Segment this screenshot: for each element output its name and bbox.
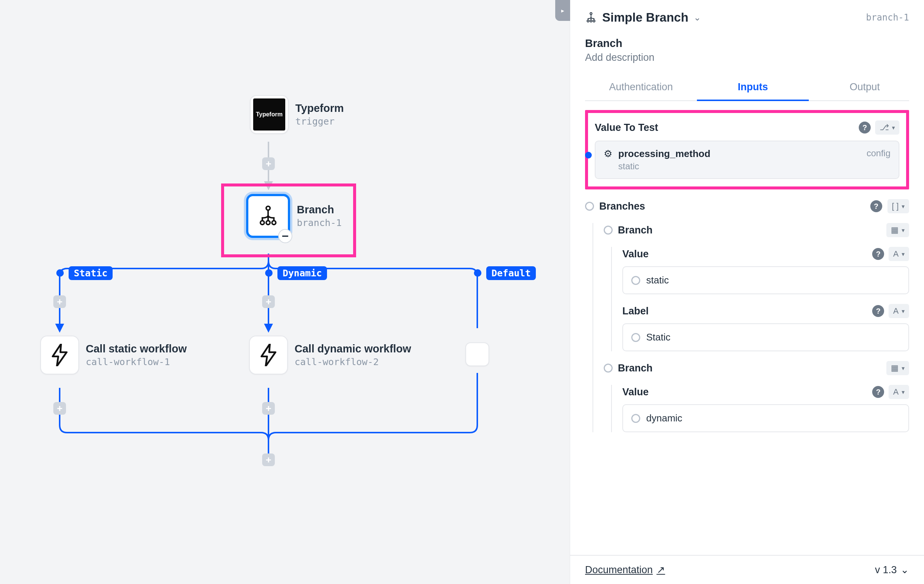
gear-icon: ⚙	[604, 148, 612, 160]
branch-type-icon: ⎇	[879, 123, 889, 132]
chevron-down-icon: ⌄	[901, 564, 909, 576]
step-id: branch-1	[866, 12, 909, 23]
add-step-button[interactable]: +	[262, 454, 275, 466]
label-input[interactable]: Static	[622, 323, 909, 351]
help-icon[interactable]: ?	[872, 248, 884, 260]
node-subtitle: call-workflow-2	[295, 356, 411, 367]
radio-toggle[interactable]	[631, 276, 640, 285]
radio-toggle[interactable]	[604, 364, 613, 373]
config-value: static	[618, 161, 861, 172]
highlight-box: Value To Test ? ⎇ ▾ ⚙ processing_method …	[585, 110, 909, 190]
panel-tabs: Authentication Inputs Output	[585, 74, 909, 101]
collapse-node-button[interactable]: −	[278, 229, 292, 243]
help-icon[interactable]: ?	[859, 122, 871, 134]
branch-item-label: Branch	[618, 224, 881, 236]
lightning-icon	[259, 344, 278, 366]
object-type-icon: ▦	[891, 225, 899, 235]
svg-point-13	[593, 20, 595, 22]
documentation-link[interactable]: Documentation ↗	[585, 564, 665, 576]
type-selector[interactable]: A ▾	[889, 304, 909, 318]
type-selector[interactable]: ▦ ▾	[886, 223, 909, 237]
node-title: Call static workflow	[86, 343, 187, 355]
version-selector[interactable]: v 1.3 ⌄	[875, 564, 909, 576]
type-selector[interactable]: A ▾	[889, 385, 909, 399]
config-key: processing_method	[618, 148, 710, 160]
add-step-button[interactable]: +	[53, 295, 66, 308]
title-dropdown-chevron[interactable]: ⌄	[693, 12, 701, 23]
svg-point-11	[587, 20, 589, 22]
panel-title: Simple Branch	[602, 10, 688, 25]
branch-anchor-dot	[474, 269, 482, 277]
svg-point-8	[272, 221, 276, 224]
node-subtitle: trigger	[295, 116, 344, 127]
chevron-down-icon: ▾	[902, 308, 904, 315]
chevron-down-icon: ▾	[892, 124, 895, 131]
node-typeform[interactable]: Typeform Typeform trigger	[250, 95, 344, 134]
chevron-down-icon: ▾	[902, 227, 904, 234]
node-subtitle: branch-1	[297, 218, 342, 228]
branch-icon	[257, 205, 280, 228]
properties-panel: ▸ Simple Branch ⌄ branch-1 Branch	[570, 0, 924, 584]
branch-label-static[interactable]: Static	[69, 266, 112, 280]
step-description[interactable]: Add description	[585, 52, 909, 63]
node-default-empty[interactable]	[465, 342, 489, 366]
input-value: Static	[646, 332, 670, 343]
chevron-down-icon: ▾	[902, 365, 904, 372]
radio-toggle[interactable]	[631, 414, 640, 423]
svg-marker-3	[264, 324, 273, 333]
radio-toggle[interactable]	[604, 226, 613, 234]
add-step-button[interactable]: +	[262, 157, 275, 170]
object-type-icon: ▦	[891, 363, 899, 373]
svg-point-7	[266, 221, 270, 224]
collapse-panel-button[interactable]: ▸	[555, 0, 570, 21]
value-input[interactable]: static	[622, 266, 909, 294]
branch-anchor-dot	[56, 269, 64, 277]
node-title: Typeform	[295, 102, 344, 114]
text-type-icon: A	[893, 387, 899, 397]
add-step-button[interactable]: +	[53, 402, 66, 415]
workflow-canvas[interactable]: Typeform Typeform trigger +	[0, 0, 570, 584]
field-label-value-to-test: Value To Test	[595, 122, 854, 134]
text-type-icon: A	[893, 249, 899, 259]
tab-authentication[interactable]: Authentication	[585, 74, 697, 100]
node-branch[interactable]: Branch branch-1 −	[246, 194, 342, 238]
radio-toggle[interactable]	[585, 202, 594, 211]
node-title: Call dynamic workflow	[295, 343, 411, 355]
branch-icon	[585, 12, 597, 23]
field-label-branches: Branches	[599, 201, 865, 212]
help-icon[interactable]: ?	[872, 386, 884, 398]
tab-output[interactable]: Output	[809, 74, 921, 100]
chevron-right-icon: ▸	[561, 7, 564, 14]
text-type-icon: A	[893, 306, 899, 316]
step-name[interactable]: Branch	[585, 37, 909, 49]
chevron-down-icon: ▾	[902, 203, 904, 210]
chevron-down-icon: ▾	[902, 389, 904, 396]
input-value: dynamic	[646, 412, 682, 424]
tab-inputs[interactable]: Inputs	[697, 74, 809, 101]
type-selector[interactable]: A ▾	[889, 247, 909, 261]
svg-marker-2	[55, 324, 64, 333]
add-step-button[interactable]: +	[262, 295, 275, 308]
help-icon[interactable]: ?	[870, 200, 882, 212]
node-call-dynamic[interactable]: Call dynamic workflow call-workflow-2	[249, 336, 411, 374]
chevron-down-icon: ▾	[902, 251, 904, 258]
type-selector[interactable]: ⎇ ▾	[875, 120, 899, 135]
add-step-button[interactable]: +	[262, 402, 275, 415]
help-icon[interactable]: ?	[872, 305, 884, 317]
radio-toggle[interactable]	[631, 333, 640, 342]
field-label-value: Value	[622, 386, 868, 398]
svg-point-9	[590, 13, 592, 15]
svg-point-4	[266, 206, 270, 210]
array-type-icon: [ ]	[892, 201, 899, 211]
value-input[interactable]: dynamic	[622, 404, 909, 432]
field-label-label: Label	[622, 305, 868, 317]
field-label-value: Value	[622, 248, 868, 260]
node-call-static[interactable]: Call static workflow call-workflow-1	[40, 336, 187, 374]
value-to-test-input[interactable]: ⚙ processing_method static config	[595, 140, 899, 179]
branch-label-default[interactable]: Default	[486, 266, 536, 280]
branch-label-dynamic[interactable]: Dynamic	[277, 266, 327, 280]
active-indicator-dot	[585, 152, 592, 158]
node-subtitle: call-workflow-1	[86, 356, 187, 367]
type-selector[interactable]: [ ] ▾	[888, 199, 909, 213]
type-selector[interactable]: ▦ ▾	[886, 361, 909, 375]
